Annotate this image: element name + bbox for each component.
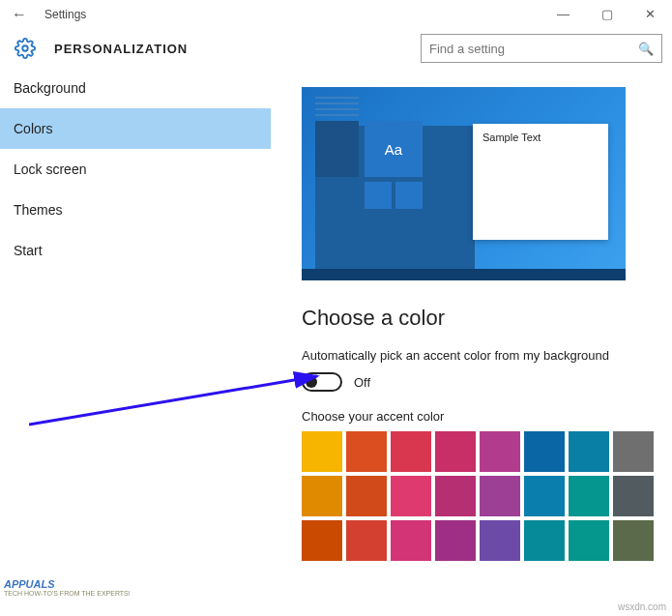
color-swatch-5[interactable] xyxy=(524,431,565,472)
gear-icon xyxy=(14,37,37,60)
search-icon: 🔍 xyxy=(638,42,654,56)
preview-tile-side xyxy=(315,121,359,177)
color-swatch-8[interactable] xyxy=(302,476,342,516)
main: Background Colors Lock screen Themes Sta… xyxy=(0,68,672,616)
page-title: PERSONALIZATION xyxy=(54,42,421,56)
color-swatch-15[interactable] xyxy=(613,476,654,516)
maximize-button[interactable]: ▢ xyxy=(585,0,628,29)
close-button[interactable]: ✕ xyxy=(628,0,672,29)
preview-tile-small-b xyxy=(395,182,423,209)
titlebar: ← Settings — ▢ ✕ xyxy=(0,0,672,29)
preview-tile-big: Aa xyxy=(365,121,423,177)
watermark: wsxdn.com xyxy=(618,601,666,612)
sidebar-item-start[interactable]: Start xyxy=(0,230,271,271)
color-swatch-21[interactable] xyxy=(524,520,565,561)
color-swatch-16[interactable] xyxy=(302,520,342,561)
minimize-button[interactable]: — xyxy=(541,0,585,29)
color-swatch-2[interactable] xyxy=(391,431,431,472)
color-swatch-13[interactable] xyxy=(524,476,565,516)
section-title: Choose a color xyxy=(302,306,655,331)
color-swatch-1[interactable] xyxy=(346,431,387,472)
color-swatch-10[interactable] xyxy=(391,476,431,516)
color-swatch-14[interactable] xyxy=(569,476,609,516)
color-swatch-11[interactable] xyxy=(435,476,476,516)
color-swatch-17[interactable] xyxy=(346,520,387,561)
color-swatch-6[interactable] xyxy=(569,431,609,472)
preview-menu-lines xyxy=(315,97,359,120)
accent-color-palette xyxy=(302,431,655,561)
auto-pick-toggle[interactable] xyxy=(302,372,342,392)
color-swatch-7[interactable] xyxy=(613,431,654,472)
search-input[interactable] xyxy=(429,42,638,56)
preview-tile-small-a xyxy=(365,182,392,209)
search-box[interactable]: 🔍 xyxy=(421,34,662,63)
auto-pick-toggle-row: Off xyxy=(302,372,655,392)
color-swatch-3[interactable] xyxy=(435,431,476,472)
toggle-state-label: Off xyxy=(354,375,370,390)
color-swatch-12[interactable] xyxy=(480,476,520,516)
window-title: Settings xyxy=(39,8,541,21)
svg-point-0 xyxy=(22,45,28,51)
color-swatch-19[interactable] xyxy=(435,520,476,561)
toggle-knob xyxy=(306,376,317,388)
header: PERSONALIZATION 🔍 xyxy=(0,29,672,68)
content: Aa Sample Text Choose a color Automatica… xyxy=(271,68,672,616)
sidebar-item-colors[interactable]: Colors xyxy=(0,108,271,149)
auto-pick-label: Automatically pick an accent color from … xyxy=(302,348,655,363)
color-swatch-18[interactable] xyxy=(391,520,431,561)
sidebar: Background Colors Lock screen Themes Sta… xyxy=(0,68,271,616)
sidebar-item-themes[interactable]: Themes xyxy=(0,190,271,230)
color-swatch-4[interactable] xyxy=(480,431,520,472)
preview-taskbar xyxy=(302,269,626,280)
preview-sample-window: Sample Text xyxy=(473,124,608,240)
appuals-logo: APPUALS TECH HOW-TO'S FROM THE EXPERTS! xyxy=(4,578,131,597)
color-swatch-0[interactable] xyxy=(302,431,342,472)
sidebar-item-background[interactable]: Background xyxy=(0,68,271,108)
color-swatch-9[interactable] xyxy=(346,476,387,516)
color-swatch-23[interactable] xyxy=(613,520,654,561)
preview-tile: Aa Sample Text xyxy=(302,87,626,280)
back-button[interactable]: ← xyxy=(0,0,39,29)
color-swatch-20[interactable] xyxy=(480,520,520,561)
sidebar-item-lock-screen[interactable]: Lock screen xyxy=(0,149,271,190)
accent-color-label: Choose your accent color xyxy=(302,409,655,424)
color-swatch-22[interactable] xyxy=(569,520,609,561)
